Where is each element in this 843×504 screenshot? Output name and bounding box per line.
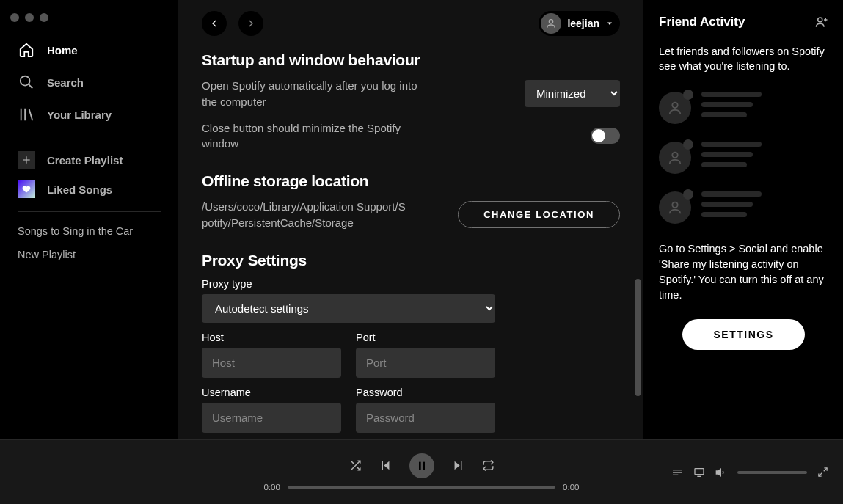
change-location-button[interactable]: CHANGE LOCATION [458, 201, 620, 228]
topbar: leejian [178, 0, 643, 47]
liked-songs[interactable]: Liked Songs [0, 175, 178, 204]
svg-point-7 [550, 20, 553, 23]
create-playlist-label: Create Playlist [47, 154, 123, 167]
fullscreen-button[interactable] [817, 467, 828, 478]
home-icon [18, 41, 35, 59]
user-avatar-icon [659, 191, 691, 224]
playlist-item[interactable]: Songs to Sing in the Car [0, 219, 178, 243]
previous-button[interactable] [379, 459, 392, 472]
scrollbar-thumb[interactable] [635, 279, 641, 396]
search-icon [18, 73, 35, 91]
setting-label: Open Spotify automatically after you log… [202, 78, 429, 110]
proxy-password-input[interactable] [356, 403, 495, 433]
friend-placeholder [659, 142, 828, 174]
proxy-type-select[interactable]: Autodetect settings [202, 294, 495, 323]
friend-placeholder [659, 191, 828, 224]
chevron-down-icon [605, 19, 614, 28]
setting-label: Close button should minimize the Spotify… [202, 120, 429, 153]
svg-marker-26 [716, 469, 720, 475]
sidebar-divider [18, 211, 161, 212]
proxy-port-label: Port [356, 332, 495, 343]
user-avatar-icon [541, 13, 561, 34]
svg-point-14 [672, 202, 677, 207]
section-heading-startup: Startup and window behaviour [202, 51, 620, 69]
traffic-close-icon[interactable] [10, 13, 19, 22]
friend-settings-button[interactable]: SETTINGS [682, 319, 804, 350]
friend-activity-instructions: Go to Settings > Social and enable 'Shar… [659, 241, 828, 303]
friend-placeholder [659, 92, 828, 124]
nav-library[interactable]: Your Library [0, 98, 178, 131]
play-pause-button[interactable] [409, 453, 434, 478]
svg-line-4 [29, 109, 33, 121]
friend-activity-pane: Friend Activity Let friends and follower… [643, 0, 843, 439]
progress-bar[interactable] [288, 486, 555, 489]
proxy-host-input[interactable] [202, 348, 341, 378]
svg-line-1 [29, 84, 33, 89]
proxy-type-label: Proxy type [202, 278, 620, 290]
volume-slider[interactable] [737, 471, 807, 474]
liked-songs-label: Liked Songs [47, 183, 112, 196]
window-controls [0, 9, 178, 34]
traffic-minimize-icon[interactable] [25, 13, 34, 22]
next-button[interactable] [452, 459, 464, 472]
elapsed-time: 0:00 [264, 483, 280, 492]
close-minimize-toggle[interactable] [591, 128, 620, 144]
svg-line-28 [819, 473, 822, 476]
section-heading-offline: Offline storage location [202, 172, 620, 190]
svg-rect-20 [461, 461, 461, 470]
svg-rect-24 [695, 468, 704, 474]
nav-home[interactable]: Home [0, 34, 178, 66]
username-label: leejian [567, 18, 599, 29]
create-playlist[interactable]: Create Playlist [0, 145, 178, 175]
devices-button[interactable] [693, 467, 705, 478]
svg-rect-17 [419, 461, 421, 470]
proxy-user-label: Username [202, 387, 341, 398]
plus-icon [18, 151, 35, 169]
nav-search-label: Search [47, 76, 84, 89]
nav-forward-button[interactable] [238, 11, 263, 36]
svg-marker-19 [454, 461, 459, 470]
nav-back-button[interactable] [202, 11, 227, 36]
proxy-username-input[interactable] [202, 403, 341, 433]
section-heading-proxy: Proxy Settings [202, 252, 620, 269]
svg-point-9 [818, 18, 822, 22]
startup-mode-select[interactable]: Minimized [525, 80, 620, 107]
traffic-maximize-icon[interactable] [40, 13, 48, 22]
proxy-pass-label: Password [356, 387, 495, 398]
nav-search[interactable]: Search [0, 66, 178, 98]
friend-activity-subtitle: Let friends and followers on Spotify see… [659, 44, 828, 74]
playlist-item[interactable]: New Playlist [0, 243, 178, 266]
user-menu[interactable]: leejian [539, 11, 620, 36]
volume-icon[interactable] [715, 467, 727, 478]
svg-marker-8 [607, 23, 612, 26]
total-time: 0:00 [563, 483, 579, 492]
shuffle-button[interactable] [349, 459, 362, 472]
add-friend-icon[interactable] [815, 15, 828, 29]
svg-marker-15 [384, 461, 389, 470]
svg-point-12 [672, 102, 677, 107]
storage-path: /Users/coco/Library/Application Support/… [202, 199, 407, 231]
repeat-button[interactable] [482, 459, 495, 472]
sidebar: Home Search Your Library Create Playlist… [0, 0, 178, 439]
settings-content: Startup and window behaviour Open Spotif… [178, 47, 643, 439]
svg-point-13 [672, 152, 677, 157]
svg-point-0 [21, 76, 30, 86]
friend-activity-title: Friend Activity [659, 15, 745, 29]
main-pane: leejian Startup and window behaviour Ope… [178, 0, 643, 439]
user-avatar-icon [659, 92, 691, 124]
svg-rect-16 [382, 461, 382, 470]
library-icon [18, 106, 35, 123]
proxy-port-input[interactable] [356, 348, 495, 378]
player-bar: 0:00 0:00 [0, 439, 843, 504]
queue-button[interactable] [671, 467, 683, 478]
heart-icon [18, 180, 35, 198]
nav-home-label: Home [47, 44, 78, 56]
proxy-host-label: Host [202, 332, 341, 343]
user-avatar-icon [659, 142, 691, 174]
svg-rect-18 [423, 461, 425, 470]
svg-line-27 [824, 468, 827, 471]
nav-library-label: Your Library [47, 109, 112, 121]
